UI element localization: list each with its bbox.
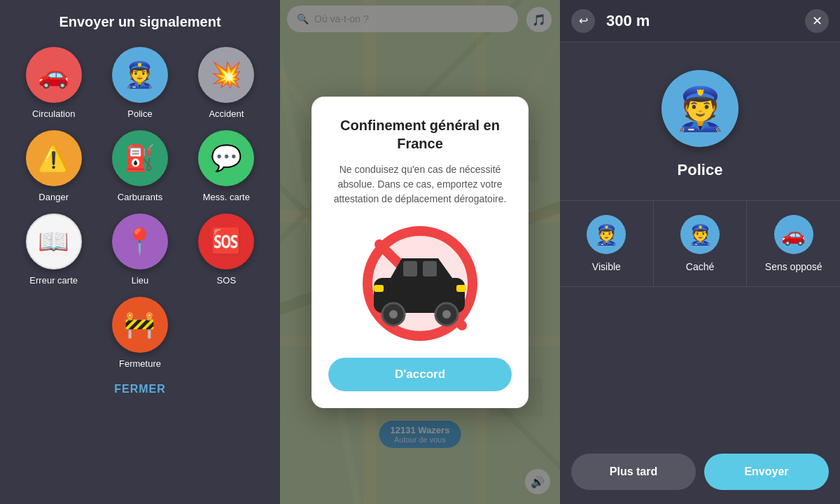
bottom-actions: Plus tard Envoyer	[560, 440, 840, 504]
svg-point-20	[389, 310, 398, 318]
map-panel: 🔍 Où va-t-on ? 🎵 12131 Wazers Autour de …	[280, 0, 560, 504]
signal-grid: 🚗 Circulation 👮 Police 💥 Accident ⚠️ Dan…	[7, 47, 273, 369]
sens-oppose-icon: 🚗	[774, 215, 813, 254]
grid-item-danger[interactable]: ⚠️ Danger	[14, 130, 93, 202]
modal-overlay: Confinement général en France Ne conduis…	[280, 0, 560, 504]
back-icon: ↩	[579, 14, 588, 27]
mess-carte-label: Mess. carte	[203, 192, 250, 202]
sos-label: SOS	[217, 275, 236, 286]
fermer-button[interactable]: FERMER	[114, 383, 166, 396]
no-car-svg	[350, 222, 490, 341]
left-panel: Envoyer un signalement 🚗 Circulation 👮 P…	[0, 0, 280, 504]
lieu-label: Lieu	[132, 275, 149, 286]
fermeture-label: Fermeture	[119, 358, 161, 369]
police-section: 👮 Police	[560, 42, 840, 200]
carburants-icon: ⛽	[112, 130, 168, 186]
sos-icon: 🆘	[198, 214, 254, 270]
accident-icon: 💥	[198, 47, 254, 103]
grid-item-fermeture[interactable]: 🚧 Fermeture	[100, 297, 179, 369]
modal-illustration	[350, 222, 490, 341]
erreur-carte-icon: 📖	[26, 214, 82, 270]
erreur-carte-label: Erreur carte	[29, 275, 78, 286]
circulation-icon: 🚗	[26, 47, 82, 103]
police-icon: 👮	[112, 47, 168, 103]
police-icon-big: 👮	[662, 70, 738, 147]
close-button[interactable]: ✕	[805, 9, 829, 33]
panel-title: Envoyer un signalement	[59, 14, 220, 30]
grid-item-erreur-carte[interactable]: 📖 Erreur carte	[14, 214, 93, 286]
svg-rect-24	[456, 285, 466, 292]
grid-item-mess-carte[interactable]: 💬 Mess. carte	[187, 130, 266, 202]
modal-card: Confinement général en France Ne conduis…	[312, 97, 528, 408]
modal-title: Confinement général en France	[328, 116, 512, 153]
svg-rect-17	[403, 261, 417, 276]
nav-distance: 300 m	[606, 12, 794, 30]
grid-item-police[interactable]: 👮 Police	[100, 47, 179, 119]
cache-label: Caché	[686, 261, 714, 272]
grid-item-lieu[interactable]: 📍 Lieu	[100, 214, 179, 286]
carburants-label: Carburants	[118, 192, 162, 202]
police-label: Police	[127, 108, 152, 119]
sens-oppose-label: Sens opposé	[765, 261, 822, 272]
sub-option-sens-oppose[interactable]: 🚗 Sens opposé	[747, 201, 840, 286]
modal-description: Ne conduisez qu'en cas de nécessité abso…	[328, 162, 512, 206]
sub-options: 👮 Visible 👮 Caché 🚗 Sens opposé	[560, 200, 840, 287]
right-panel: ↩ 300 m ✕ 👮 Police 👮 Visible 👮 Caché 🚗 S…	[560, 0, 840, 504]
grid-item-circulation[interactable]: 🚗 Circulation	[14, 47, 93, 119]
cache-icon: 👮	[680, 215, 720, 254]
lieu-icon: 📍	[112, 214, 168, 270]
danger-label: Danger	[38, 192, 69, 202]
sub-option-cache[interactable]: 👮 Caché	[654, 201, 748, 286]
back-button[interactable]: ↩	[571, 9, 595, 33]
fermeture-icon: 🚧	[112, 297, 168, 353]
grid-item-accident[interactable]: 💥 Accident	[187, 47, 266, 119]
visible-label: Visible	[592, 261, 621, 272]
mess-carte-icon: 💬	[198, 130, 254, 186]
grid-item-sos[interactable]: 🆘 SOS	[187, 214, 266, 286]
circulation-label: Circulation	[32, 108, 75, 119]
nav-bar: ↩ 300 m ✕	[560, 0, 840, 42]
svg-rect-18	[423, 261, 437, 276]
modal-ok-button[interactable]: D'accord	[328, 358, 512, 391]
visible-icon: 👮	[587, 215, 626, 254]
later-button[interactable]: Plus tard	[571, 454, 696, 490]
close-icon: ✕	[812, 13, 822, 29]
danger-icon: ⚠️	[26, 130, 82, 186]
svg-rect-23	[374, 285, 384, 292]
svg-point-22	[442, 310, 451, 318]
grid-item-carburants[interactable]: ⛽ Carburants	[100, 130, 179, 202]
police-title-label: Police	[678, 161, 723, 179]
sub-option-visible[interactable]: 👮 Visible	[560, 201, 654, 286]
accident-label: Accident	[209, 108, 244, 119]
send-button[interactable]: Envoyer	[704, 454, 829, 490]
